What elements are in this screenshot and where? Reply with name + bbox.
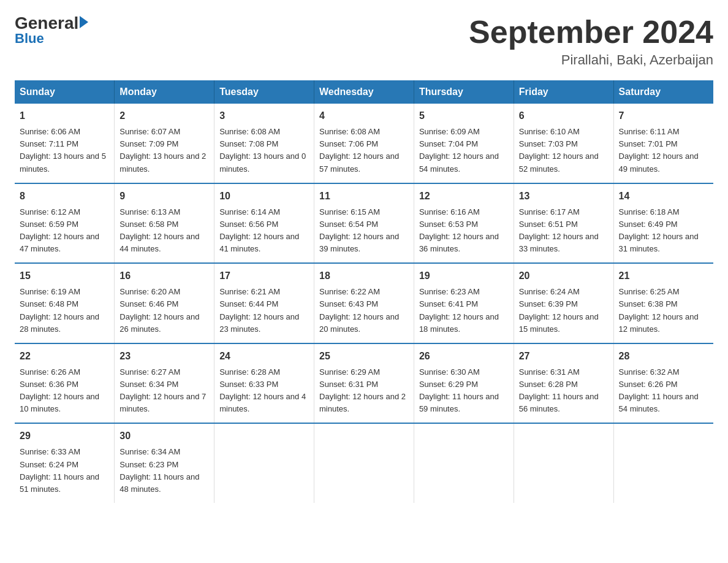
calendar-cell: 11Sunrise: 6:15 AMSunset: 6:54 PMDayligh… bbox=[314, 183, 414, 264]
day-info: Sunrise: 6:10 AMSunset: 7:03 PMDaylight:… bbox=[519, 127, 599, 173]
day-number: 23 bbox=[119, 349, 209, 364]
calendar-table: SundayMondayTuesdayWednesdayThursdayFrid… bbox=[15, 80, 713, 503]
day-info: Sunrise: 6:33 AMSunset: 6:24 PMDaylight:… bbox=[20, 447, 99, 493]
day-number: 21 bbox=[619, 269, 708, 283]
day-info: Sunrise: 6:09 AMSunset: 7:04 PMDaylight:… bbox=[419, 127, 499, 173]
day-info: Sunrise: 6:23 AMSunset: 6:41 PMDaylight:… bbox=[419, 287, 499, 333]
header-thursday: Thursday bbox=[414, 80, 514, 104]
header-monday: Monday bbox=[115, 80, 214, 104]
calendar-cell: 2Sunrise: 6:07 AMSunset: 7:09 PMDaylight… bbox=[115, 104, 214, 183]
calendar-cell: 10Sunrise: 6:14 AMSunset: 6:56 PMDayligh… bbox=[214, 183, 314, 264]
calendar-cell: 28Sunrise: 6:32 AMSunset: 6:26 PMDayligh… bbox=[613, 343, 713, 424]
calendar-header-row: SundayMondayTuesdayWednesdayThursdayFrid… bbox=[15, 80, 713, 104]
day-number: 28 bbox=[619, 349, 708, 364]
logo-blue: Blue bbox=[15, 31, 44, 47]
calendar-cell: 13Sunrise: 6:17 AMSunset: 6:51 PMDayligh… bbox=[514, 183, 613, 264]
day-info: Sunrise: 6:22 AMSunset: 6:43 PMDaylight:… bbox=[319, 287, 399, 333]
logo-general: General bbox=[15, 15, 78, 32]
day-info: Sunrise: 6:14 AMSunset: 6:56 PMDaylight:… bbox=[219, 207, 299, 253]
day-number: 20 bbox=[519, 269, 609, 283]
day-info: Sunrise: 6:06 AMSunset: 7:11 PMDaylight:… bbox=[20, 127, 106, 173]
day-number: 11 bbox=[319, 189, 409, 204]
page-header: General Blue September 2024 Pirallahi, B… bbox=[15, 15, 713, 68]
day-info: Sunrise: 6:28 AMSunset: 6:33 PMDaylight:… bbox=[219, 367, 306, 413]
day-number: 27 bbox=[519, 349, 609, 364]
calendar-cell: 12Sunrise: 6:16 AMSunset: 6:53 PMDayligh… bbox=[414, 183, 514, 264]
day-number: 14 bbox=[619, 189, 708, 204]
calendar-cell: 20Sunrise: 6:24 AMSunset: 6:39 PMDayligh… bbox=[514, 263, 613, 343]
day-number: 19 bbox=[419, 269, 509, 283]
calendar-cell bbox=[613, 423, 713, 503]
calendar-week-row: 8Sunrise: 6:12 AMSunset: 6:59 PMDaylight… bbox=[15, 183, 713, 264]
calendar-title: September 2024 bbox=[469, 15, 713, 50]
calendar-week-row: 22Sunrise: 6:26 AMSunset: 6:36 PMDayligh… bbox=[15, 343, 713, 424]
day-number: 30 bbox=[119, 429, 209, 443]
calendar-cell: 26Sunrise: 6:30 AMSunset: 6:29 PMDayligh… bbox=[414, 343, 514, 424]
day-info: Sunrise: 6:24 AMSunset: 6:39 PMDaylight:… bbox=[519, 287, 599, 333]
day-info: Sunrise: 6:07 AMSunset: 7:09 PMDaylight:… bbox=[119, 127, 206, 173]
title-block: September 2024 Pirallahi, Baki, Azerbaij… bbox=[469, 15, 713, 68]
calendar-cell: 15Sunrise: 6:19 AMSunset: 6:48 PMDayligh… bbox=[15, 263, 115, 343]
header-friday: Friday bbox=[514, 80, 613, 104]
calendar-cell: 17Sunrise: 6:21 AMSunset: 6:44 PMDayligh… bbox=[214, 263, 314, 343]
calendar-cell bbox=[514, 423, 613, 503]
day-info: Sunrise: 6:11 AMSunset: 7:01 PMDaylight:… bbox=[619, 127, 699, 173]
calendar-cell: 30Sunrise: 6:34 AMSunset: 6:23 PMDayligh… bbox=[115, 423, 214, 503]
calendar-cell: 4Sunrise: 6:08 AMSunset: 7:06 PMDaylight… bbox=[314, 104, 414, 183]
header-sunday: Sunday bbox=[15, 80, 115, 104]
day-number: 5 bbox=[419, 109, 509, 123]
day-info: Sunrise: 6:27 AMSunset: 6:34 PMDaylight:… bbox=[119, 367, 206, 413]
calendar-cell: 27Sunrise: 6:31 AMSunset: 6:28 PMDayligh… bbox=[514, 343, 613, 424]
day-info: Sunrise: 6:30 AMSunset: 6:29 PMDaylight:… bbox=[419, 367, 499, 413]
day-info: Sunrise: 6:34 AMSunset: 6:23 PMDaylight:… bbox=[119, 447, 199, 493]
day-info: Sunrise: 6:17 AMSunset: 6:51 PMDaylight:… bbox=[519, 207, 599, 253]
day-info: Sunrise: 6:19 AMSunset: 6:48 PMDaylight:… bbox=[20, 287, 99, 333]
calendar-cell: 18Sunrise: 6:22 AMSunset: 6:43 PMDayligh… bbox=[314, 263, 414, 343]
calendar-location: Pirallahi, Baki, Azerbaijan bbox=[469, 52, 713, 68]
calendar-cell: 16Sunrise: 6:20 AMSunset: 6:46 PMDayligh… bbox=[115, 263, 214, 343]
day-info: Sunrise: 6:31 AMSunset: 6:28 PMDaylight:… bbox=[519, 367, 599, 413]
day-info: Sunrise: 6:29 AMSunset: 6:31 PMDaylight:… bbox=[319, 367, 406, 413]
day-number: 8 bbox=[20, 189, 109, 204]
calendar-cell: 3Sunrise: 6:08 AMSunset: 7:08 PMDaylight… bbox=[214, 104, 314, 183]
day-number: 12 bbox=[419, 189, 509, 204]
header-tuesday: Tuesday bbox=[214, 80, 314, 104]
calendar-cell: 14Sunrise: 6:18 AMSunset: 6:49 PMDayligh… bbox=[613, 183, 713, 264]
day-info: Sunrise: 6:25 AMSunset: 6:38 PMDaylight:… bbox=[619, 287, 699, 333]
day-info: Sunrise: 6:18 AMSunset: 6:49 PMDaylight:… bbox=[619, 207, 699, 253]
day-number: 6 bbox=[519, 109, 609, 123]
calendar-cell bbox=[214, 423, 314, 503]
calendar-cell: 19Sunrise: 6:23 AMSunset: 6:41 PMDayligh… bbox=[414, 263, 514, 343]
calendar-week-row: 15Sunrise: 6:19 AMSunset: 6:48 PMDayligh… bbox=[15, 263, 713, 343]
calendar-cell: 25Sunrise: 6:29 AMSunset: 6:31 PMDayligh… bbox=[314, 343, 414, 424]
day-info: Sunrise: 6:13 AMSunset: 6:58 PMDaylight:… bbox=[119, 207, 199, 253]
day-info: Sunrise: 6:32 AMSunset: 6:26 PMDaylight:… bbox=[619, 367, 699, 413]
header-saturday: Saturday bbox=[613, 80, 713, 104]
day-number: 7 bbox=[619, 109, 708, 123]
day-info: Sunrise: 6:12 AMSunset: 6:59 PMDaylight:… bbox=[20, 207, 99, 253]
calendar-cell: 9Sunrise: 6:13 AMSunset: 6:58 PMDaylight… bbox=[115, 183, 214, 264]
day-info: Sunrise: 6:16 AMSunset: 6:53 PMDaylight:… bbox=[419, 207, 499, 253]
day-info: Sunrise: 6:08 AMSunset: 7:06 PMDaylight:… bbox=[319, 127, 399, 173]
header-wednesday: Wednesday bbox=[314, 80, 414, 104]
day-number: 18 bbox=[319, 269, 409, 283]
calendar-cell: 29Sunrise: 6:33 AMSunset: 6:24 PMDayligh… bbox=[15, 423, 115, 503]
day-info: Sunrise: 6:21 AMSunset: 6:44 PMDaylight:… bbox=[219, 287, 299, 333]
calendar-cell: 5Sunrise: 6:09 AMSunset: 7:04 PMDaylight… bbox=[414, 104, 514, 183]
calendar-cell: 8Sunrise: 6:12 AMSunset: 6:59 PMDaylight… bbox=[15, 183, 115, 264]
calendar-cell bbox=[314, 423, 414, 503]
calendar-cell bbox=[414, 423, 514, 503]
day-info: Sunrise: 6:26 AMSunset: 6:36 PMDaylight:… bbox=[20, 367, 99, 413]
day-number: 9 bbox=[119, 189, 209, 204]
calendar-cell: 21Sunrise: 6:25 AMSunset: 6:38 PMDayligh… bbox=[613, 263, 713, 343]
day-number: 16 bbox=[119, 269, 209, 283]
logo-arrow-icon bbox=[80, 16, 88, 28]
day-number: 13 bbox=[519, 189, 609, 204]
day-number: 29 bbox=[20, 429, 109, 443]
day-number: 24 bbox=[219, 349, 309, 364]
calendar-cell: 6Sunrise: 6:10 AMSunset: 7:03 PMDaylight… bbox=[514, 104, 613, 183]
calendar-cell: 24Sunrise: 6:28 AMSunset: 6:33 PMDayligh… bbox=[214, 343, 314, 424]
day-number: 25 bbox=[319, 349, 409, 364]
calendar-cell: 22Sunrise: 6:26 AMSunset: 6:36 PMDayligh… bbox=[15, 343, 115, 424]
day-number: 2 bbox=[119, 109, 209, 123]
